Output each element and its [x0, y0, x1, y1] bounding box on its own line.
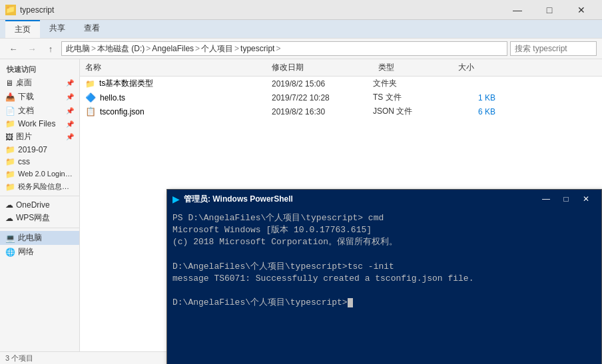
ps-close-button[interactable]: ✕ [576, 192, 596, 206]
ps-minimize-button[interactable]: — [536, 192, 556, 206]
ps-line-6: message TS6071: Successfully created a t… [172, 273, 596, 285]
folder-icon: 📁 [5, 145, 15, 154]
file-name-cell: 📁 ts基本数据类型 [80, 78, 266, 89]
window-icon: 📁 [5, 5, 16, 15]
sidebar-item-2019-07[interactable]: 📁 2019-07 [0, 144, 79, 156]
ps-controls: — □ ✕ [536, 192, 596, 206]
file-name-cell: 🔷 hello.ts [80, 92, 266, 102]
file-name: hello.ts [100, 93, 125, 102]
file-size: 6 KB [453, 107, 506, 116]
network-icon: 🌐 [5, 248, 15, 257]
sidebar-item-workfiles[interactable]: 📁 Work Files 📌 [0, 118, 79, 130]
sidebar-item-downloads[interactable]: 📥 下载 📌 [0, 90, 79, 104]
forward-button[interactable]: → [24, 41, 40, 57]
folder-icon: 📁 [5, 182, 15, 192]
table-row[interactable]: 📋 tsconfig.json 2019/8/2 16:30 JSON 文件 6… [80, 104, 602, 118]
col-header-name[interactable]: 名称 [80, 61, 266, 75]
folder-icon: 🖥 [5, 79, 13, 88]
title-bar-controls: — □ ✕ [502, 0, 597, 20]
cloud-icon: ☁ [5, 200, 13, 210]
window-title: typescript [20, 5, 54, 15]
powershell-window: ▶ 管理员: Windows PowerShell — □ ✕ PS D:\An… [166, 189, 602, 364]
back-button[interactable]: ← [5, 41, 21, 57]
close-button[interactable]: ✕ [566, 0, 597, 20]
ps-cursor [348, 298, 353, 307]
folder-icon: 📄 [5, 106, 15, 116]
column-headers: 名称 修改日期 类型 大小 [80, 59, 602, 77]
pin-icon: 📌 [66, 120, 74, 128]
sidebar-item-documents[interactable]: 📄 文档 📌 [0, 104, 79, 118]
divider-1 [0, 196, 79, 196]
file-name: ts基本数据类型 [99, 78, 153, 89]
ps-line-4 [172, 249, 596, 261]
cloud-icon: ☁ [5, 214, 13, 223]
tab-view[interactable]: 查看 [75, 20, 109, 38]
pin-icon: 📌 [66, 133, 74, 140]
sidebar-item-web20[interactable]: 📁 Web 2.0 Login后台 [0, 168, 79, 180]
file-type: JSON 文件 [373, 106, 453, 117]
folder-icon: 📁 [5, 119, 15, 128]
path-computer: 此电脑 [66, 43, 90, 55]
pin-icon: 📌 [66, 93, 74, 100]
pin-icon: 📌 [66, 107, 74, 114]
file-date: 2019/8/2 16:30 [266, 107, 373, 116]
quickaccess-header: 快速访问 [0, 62, 79, 76]
ribbon-tabs: 主页 共享 查看 [0, 20, 602, 38]
path-drive: 本地磁盘 (D:) [97, 43, 145, 55]
minimize-button[interactable]: — [502, 0, 533, 20]
folder-icon: 📁 [5, 157, 15, 166]
col-header-date[interactable]: 修改日期 [266, 61, 373, 75]
folder-icon: 🖼 [5, 132, 13, 142]
sidebar-item-onedrive[interactable]: ☁ OneDrive [0, 199, 79, 211]
folder-icon: 📁 [85, 79, 95, 89]
ps-content[interactable]: PS D:\AngelaFiles\个人项目\typescript> cmd M… [167, 208, 601, 364]
divider-2 [0, 228, 79, 228]
sidebar-item-tax[interactable]: 📁 税务风险信息系统U [0, 180, 79, 193]
ps-maximize-button[interactable]: □ [556, 192, 576, 206]
path-personal: 个人项目 [201, 43, 233, 55]
ps-line-7 [172, 285, 596, 297]
pin-icon: 📌 [66, 79, 74, 87]
ts-file-icon: 🔷 [85, 92, 96, 102]
col-header-size[interactable]: 大小 [453, 61, 506, 75]
sidebar-item-desktop[interactable]: 🖥 桌面 📌 [0, 76, 79, 90]
json-file-icon: 📋 [85, 106, 96, 116]
folder-icon: 📥 [5, 92, 15, 102]
folder-icon: 📁 [5, 170, 15, 179]
file-date: 2019/8/2 15:06 [266, 79, 373, 89]
up-button[interactable]: ↑ [43, 41, 59, 57]
maximize-button[interactable]: □ [534, 0, 565, 20]
title-bar: 📁 typescript — □ ✕ [0, 0, 602, 20]
ps-titlebar: ▶ 管理员: Windows PowerShell — □ ✕ [167, 190, 601, 208]
sidebar-item-pictures[interactable]: 🖼 图片 📌 [0, 130, 79, 144]
main-layout: 快速访问 🖥 桌面 📌 📥 下载 📌 📄 文档 📌 📁 Work Files 📌… [0, 59, 602, 351]
file-date: 2019/7/22 10:28 [266, 93, 373, 102]
sidebar-item-css[interactable]: 📁 css [0, 156, 79, 168]
ps-line-1: PS D:\AngelaFiles\个人项目\typescript> cmd [172, 212, 596, 224]
sidebar-item-wps[interactable]: ☁ WPS网盘 [0, 211, 79, 225]
path-angela: AngelaFiles [152, 44, 194, 53]
file-type: 文件夹 [373, 78, 453, 89]
file-type: TS 文件 [373, 92, 453, 103]
ps-line-5: D:\AngelaFiles\个人项目\typescript>tsc -init [172, 261, 596, 273]
table-row[interactable]: 🔷 hello.ts 2019/7/22 10:28 TS 文件 1 KB [80, 91, 602, 104]
ps-line-3: (c) 2018 Microsoft Corporation。保留所有权利。 [172, 236, 596, 248]
table-row[interactable]: 📁 ts基本数据类型 2019/8/2 15:06 文件夹 [80, 77, 602, 91]
status-text: 3 个项目 [5, 353, 33, 363]
tab-home[interactable]: 主页 [5, 20, 40, 38]
ps-line-2: Microsoft Windows [版本 10.0.17763.615] [172, 224, 596, 236]
col-header-type[interactable]: 类型 [373, 61, 453, 75]
address-path[interactable]: 此电脑 > 本地磁盘 (D:) > AngelaFiles > 个人项目 > t… [61, 41, 507, 56]
file-name: tsconfig.json [100, 107, 145, 116]
tab-share[interactable]: 共享 [40, 20, 75, 38]
ribbon: 主页 共享 查看 [0, 20, 602, 39]
ps-line-8: D:\AngelaFiles\个人项目\typescript> [172, 297, 596, 309]
sidebar: 快速访问 🖥 桌面 📌 📥 下载 📌 📄 文档 📌 📁 Work Files 📌… [0, 59, 80, 351]
sidebar-item-network[interactable]: 🌐 网络 [0, 245, 79, 259]
file-size: 1 KB [453, 93, 506, 102]
search-input[interactable] [510, 41, 597, 56]
address-bar: ← → ↑ 此电脑 > 本地磁盘 (D:) > AngelaFiles > 个人… [0, 39, 602, 59]
ps-icon: ▶ [172, 194, 180, 204]
sidebar-item-thispc[interactable]: 💻 此电脑 [0, 231, 79, 245]
path-typescript: typescript [240, 44, 274, 53]
